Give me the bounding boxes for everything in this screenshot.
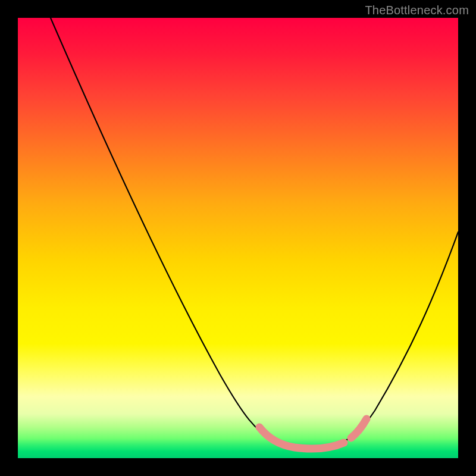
curve-layer [18, 18, 458, 458]
chart-container: TheBottleneck.com [0, 0, 476, 476]
bottleneck-curve [51, 18, 458, 447]
highlight-segment [259, 419, 367, 449]
watermark: TheBottleneck.com [365, 4, 469, 17]
plot-area [18, 18, 458, 458]
